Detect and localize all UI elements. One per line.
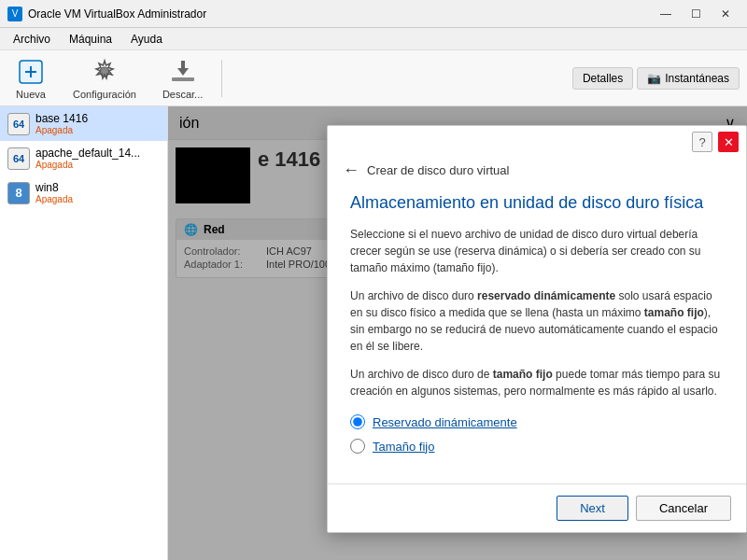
dialog-body: Almacenamiento en unidad de disco duro f…	[328, 186, 746, 483]
base1416-icon: 64	[7, 113, 30, 135]
titlebar: V Oracle VM VirtualBox Administrador — ☐…	[0, 0, 747, 28]
sidebar-item-win8-status: Apagada	[35, 194, 160, 204]
descar-label: Descar...	[162, 89, 203, 100]
content-area: ión ∨ e 1416 🌐 Red Controlador: ICH AC97	[168, 106, 747, 560]
close-button[interactable]: ✕	[712, 5, 740, 23]
descar-icon	[168, 57, 198, 87]
option-dynamic[interactable]: Reservado dinámicamente	[350, 414, 724, 429]
toolbar-separator	[221, 60, 222, 97]
toolbar-config-button[interactable]: Configuración	[65, 53, 144, 104]
svg-rect-4	[172, 77, 194, 81]
config-icon	[90, 57, 120, 87]
dialog-options: Reservado dinámicamente Tamaño fijo	[350, 414, 724, 454]
dialog-desc2: Un archivo de disco duro reservado dinám…	[350, 287, 724, 355]
sidebar-item-apache[interactable]: 64 apache_default_14... Apagada	[0, 141, 167, 175]
option-fixed-label: Tamaño fijo	[373, 440, 434, 454]
dialog-nav: ← Crear de disco duro virtual	[328, 158, 746, 186]
minimize-button[interactable]: —	[652, 5, 680, 23]
dialog-nav-title: Crear de disco duro virtual	[367, 163, 509, 177]
cancel-button[interactable]: Cancelar	[636, 496, 731, 521]
detalles-button[interactable]: Detalles	[572, 67, 633, 90]
apache-icon: 64	[7, 147, 30, 170]
nueva-label: Nueva	[16, 89, 46, 100]
dialog-back-button[interactable]: ←	[343, 161, 359, 178]
menu-ayuda[interactable]: Ayuda	[121, 31, 172, 48]
config-label: Configuración	[73, 89, 136, 100]
option-fixed-radio[interactable]	[350, 439, 365, 454]
sidebar: 64 base 1416 Apagada 64 apache_default_1…	[0, 106, 168, 560]
instantaneas-button[interactable]: 📷 Instantáneas	[637, 67, 740, 90]
desc3-bold: tamaño fijo	[493, 368, 553, 381]
sidebar-item-apache-name: apache_default_14...	[35, 147, 160, 160]
window-controls: — ☐ ✕	[652, 5, 740, 23]
toolbar-descar-button[interactable]: Descar...	[155, 53, 210, 104]
menubar: Archivo Máquina Ayuda	[0, 28, 747, 50]
menu-maquina[interactable]: Máquina	[60, 31, 121, 48]
dialog-desc3: Un archivo de disco duro de tamaño fijo …	[350, 366, 724, 399]
dialog-footer: Next Cancelar	[328, 483, 746, 532]
win8-icon: 8	[7, 182, 30, 204]
sidebar-item-base1416-status: Apagada	[35, 125, 160, 135]
svg-rect-6	[181, 61, 185, 70]
dialog-desc1: Seleccione si el nuevo archivo de unidad…	[350, 226, 724, 276]
sidebar-item-base1416-name: base 1416	[35, 112, 160, 125]
maximize-button[interactable]: ☐	[682, 5, 710, 23]
dialog-help-button[interactable]: ?	[692, 132, 712, 152]
desc2-prefix: Un archivo de disco duro	[350, 289, 477, 302]
app-title: Oracle VM VirtualBox Administrador	[28, 7, 652, 21]
sidebar-item-win8[interactable]: 8 win8 Apagada	[0, 175, 167, 210]
dialog: ? ✕ ← Crear de disco duro virtual Almace…	[327, 125, 747, 533]
sidebar-item-win8-name: win8	[35, 181, 160, 194]
dialog-close-button[interactable]: ✕	[718, 132, 739, 152]
menu-archivo[interactable]: Archivo	[4, 31, 60, 48]
dialog-overlay: ? ✕ ← Crear de disco duro virtual Almace…	[168, 106, 747, 560]
option-dynamic-label: Reservado dinámicamente	[373, 415, 517, 429]
desc2-bold1: reservado dinámicamente	[477, 289, 615, 302]
sidebar-item-apache-status: Apagada	[35, 160, 160, 170]
app-icon: V	[7, 7, 22, 21]
dialog-heading: Almacenamiento en unidad de disco duro f…	[350, 193, 724, 213]
toolbar-right: Detalles 📷 Instantáneas	[572, 67, 740, 90]
next-button[interactable]: Next	[557, 496, 628, 521]
main-area: 64 base 1416 Apagada 64 apache_default_1…	[0, 106, 747, 560]
option-fixed[interactable]: Tamaño fijo	[350, 439, 724, 454]
sidebar-item-base1416[interactable]: 64 base 1416 Apagada	[0, 106, 167, 141]
option-dynamic-radio[interactable]	[350, 414, 365, 429]
nueva-icon	[16, 57, 46, 87]
toolbar-nueva-button[interactable]: Nueva	[7, 53, 54, 104]
toolbar: Nueva Configuración Descar... Detalles 📷…	[0, 50, 747, 106]
desc2-bold2: tamaño fijo	[644, 306, 704, 319]
desc3-prefix: Un archivo de disco duro de	[350, 368, 493, 381]
dialog-titlebar: ? ✕	[328, 126, 746, 158]
